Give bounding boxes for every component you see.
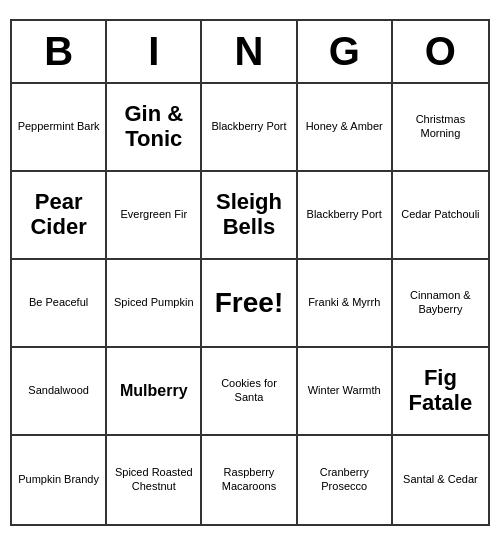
bingo-cell: Cranberry Prosecco xyxy=(298,436,393,524)
bingo-cell: Pumpkin Brandy xyxy=(12,436,107,524)
bingo-cell: Sleigh Bells xyxy=(202,172,297,260)
bingo-cell: Sandalwood xyxy=(12,348,107,436)
bingo-cell: Evergreen Fir xyxy=(107,172,202,260)
header-letter: G xyxy=(298,21,393,82)
bingo-cell: Honey & Amber xyxy=(298,84,393,172)
bingo-cell: Gin & Tonic xyxy=(107,84,202,172)
bingo-cell: Cedar Patchouli xyxy=(393,172,488,260)
bingo-cell: Cookies for Santa xyxy=(202,348,297,436)
header-letter: B xyxy=(12,21,107,82)
bingo-cell: Spiced Pumpkin xyxy=(107,260,202,348)
bingo-card: BINGO Peppermint BarkGin & TonicBlackber… xyxy=(10,19,490,526)
bingo-cell: Pear Cider xyxy=(12,172,107,260)
bingo-cell: Mulberry xyxy=(107,348,202,436)
bingo-cell: Santal & Cedar xyxy=(393,436,488,524)
header-letter: I xyxy=(107,21,202,82)
bingo-header: BINGO xyxy=(12,21,488,84)
bingo-cell: Fig Fatale xyxy=(393,348,488,436)
bingo-cell: Be Peaceful xyxy=(12,260,107,348)
header-letter: O xyxy=(393,21,488,82)
bingo-cell: Cinnamon & Bayberry xyxy=(393,260,488,348)
bingo-cell: Blackberry Port xyxy=(202,84,297,172)
header-letter: N xyxy=(202,21,297,82)
bingo-cell: Winter Warmth xyxy=(298,348,393,436)
bingo-cell: Blackberry Port xyxy=(298,172,393,260)
bingo-cell: Peppermint Bark xyxy=(12,84,107,172)
bingo-cell: Christmas Morning xyxy=(393,84,488,172)
bingo-cell: Franki & Myrrh xyxy=(298,260,393,348)
bingo-cell: Spiced Roasted Chestnut xyxy=(107,436,202,524)
bingo-cell: Free! xyxy=(202,260,297,348)
bingo-grid: Peppermint BarkGin & TonicBlackberry Por… xyxy=(12,84,488,524)
bingo-cell: Raspberry Macaroons xyxy=(202,436,297,524)
